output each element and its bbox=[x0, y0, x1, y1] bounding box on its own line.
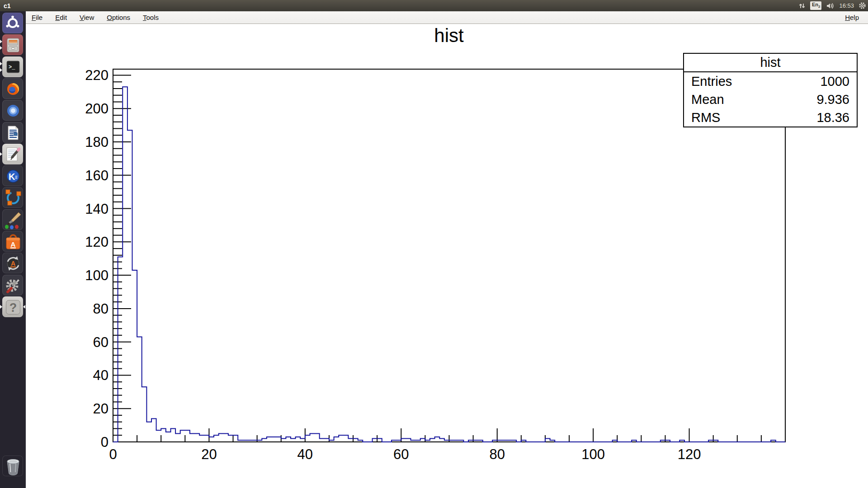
chromium-icon bbox=[2, 100, 24, 122]
y-axis-label: 20 bbox=[93, 401, 108, 417]
launcher-item-firefox[interactable] bbox=[2, 78, 23, 99]
y-axis-label: 160 bbox=[85, 168, 108, 183]
svg-text:ile: ile bbox=[14, 175, 18, 179]
x-axis-label: 100 bbox=[581, 446, 605, 462]
launcher-item-paint-app[interactable] bbox=[2, 209, 23, 230]
launcher-item-terminal[interactable]: >_ bbox=[2, 56, 23, 77]
stats-row-entries: Entries 1000 bbox=[684, 72, 857, 90]
stats-value: 1000 bbox=[820, 74, 849, 89]
window-title: c1 bbox=[4, 2, 11, 9]
y-axis-label: 0 bbox=[101, 434, 108, 450]
software-updater-icon: A bbox=[2, 253, 24, 274]
software-center-icon: A bbox=[2, 231, 24, 253]
y-axis-label: 180 bbox=[85, 134, 108, 150]
launcher-item-libreoffice-writer[interactable] bbox=[2, 122, 23, 143]
text-editor-icon bbox=[2, 144, 24, 165]
svg-text:?: ? bbox=[9, 301, 17, 314]
launcher-item-ubuntu-dash[interactable] bbox=[2, 13, 23, 33]
x-axis-label: 40 bbox=[297, 446, 313, 462]
stats-row-rms: RMS 18.36 bbox=[684, 108, 857, 127]
help-viewer-icon: ? bbox=[2, 296, 24, 318]
terminal-icon: >_ bbox=[2, 56, 24, 78]
launcher-item-text-editor[interactable] bbox=[2, 144, 23, 164]
paint-app-icon bbox=[2, 209, 24, 231]
x-axis-label: 120 bbox=[678, 446, 701, 462]
kile-icon: Kile bbox=[2, 165, 24, 187]
menu-tools[interactable]: Tools bbox=[137, 14, 165, 21]
ubuntu-dash-icon bbox=[2, 13, 24, 34]
stats-label: Mean bbox=[691, 92, 724, 107]
speaker-icon[interactable] bbox=[826, 0, 835, 11]
stats-row-mean: Mean 9.936 bbox=[684, 90, 857, 108]
launcher-item-software-updater[interactable]: A bbox=[2, 253, 23, 273]
y-axis-label: 80 bbox=[93, 301, 108, 317]
launcher-item-file-manager[interactable] bbox=[2, 34, 23, 55]
keyboard-layout-indicator[interactable]: En2 bbox=[810, 0, 822, 11]
stats-value: 18.36 bbox=[816, 110, 849, 125]
launcher-item-vector-graphics[interactable] bbox=[2, 187, 23, 208]
root-canvas-area[interactable]: 0204060801001200204060801001201401601802… bbox=[26, 24, 868, 488]
x-axis-label: 80 bbox=[489, 446, 505, 462]
menu-options[interactable]: Options bbox=[100, 14, 137, 21]
y-axis-label: 60 bbox=[93, 334, 108, 350]
menu-help[interactable]: Help bbox=[839, 14, 865, 21]
gear-icon[interactable] bbox=[859, 0, 866, 11]
stats-title: hist bbox=[684, 54, 857, 72]
histogram-line bbox=[113, 87, 785, 442]
x-axis-label: 0 bbox=[109, 446, 117, 462]
launcher-item-system-settings[interactable] bbox=[2, 275, 23, 296]
launcher-item-trash[interactable] bbox=[2, 455, 23, 476]
updown-arrows-icon[interactable] bbox=[798, 0, 806, 11]
menu-file[interactable]: File bbox=[26, 14, 49, 21]
file-manager-icon bbox=[2, 34, 24, 56]
y-axis-label: 140 bbox=[85, 201, 108, 217]
y-axis-label: 120 bbox=[85, 234, 108, 250]
y-axis-label: 200 bbox=[85, 101, 108, 117]
canvas-menubar: FileEditViewOptionsToolsHelp bbox=[26, 11, 868, 24]
unity-launcher: >_KileAA? bbox=[0, 11, 26, 488]
x-axis-label: 20 bbox=[201, 446, 217, 462]
system-settings-icon bbox=[2, 275, 24, 296]
histogram-title: hist bbox=[359, 25, 539, 47]
trash-icon bbox=[2, 455, 24, 477]
launcher-item-help-viewer[interactable]: ? bbox=[2, 296, 23, 317]
stats-label: RMS bbox=[691, 110, 720, 125]
top-panel: c1 En2 16:53 bbox=[0, 0, 868, 11]
x-axis-label: 60 bbox=[393, 446, 409, 462]
vector-graphics-icon bbox=[2, 187, 24, 209]
menu-view[interactable]: View bbox=[73, 14, 100, 21]
svg-text:>_: >_ bbox=[9, 64, 15, 70]
svg-text:A: A bbox=[11, 260, 15, 267]
firefox-icon bbox=[2, 78, 24, 100]
launcher-item-chromium[interactable] bbox=[2, 100, 23, 121]
stats-box[interactable]: hist Entries 1000 Mean 9.936 RMS 18.36 bbox=[683, 53, 858, 127]
y-axis-label: 220 bbox=[85, 67, 108, 83]
stats-label: Entries bbox=[691, 74, 732, 89]
clock[interactable]: 16:53 bbox=[839, 0, 854, 11]
system-tray: En2 16:53 bbox=[798, 0, 866, 11]
launcher-item-software-center[interactable]: A bbox=[2, 231, 23, 252]
y-axis-label: 40 bbox=[93, 367, 108, 383]
launcher-item-kile[interactable]: Kile bbox=[2, 165, 23, 186]
y-axis-label: 100 bbox=[85, 267, 108, 283]
svg-text:A: A bbox=[11, 240, 16, 248]
menu-edit[interactable]: Edit bbox=[49, 14, 73, 21]
stats-value: 9.936 bbox=[816, 92, 849, 107]
libreoffice-writer-icon bbox=[2, 122, 24, 144]
